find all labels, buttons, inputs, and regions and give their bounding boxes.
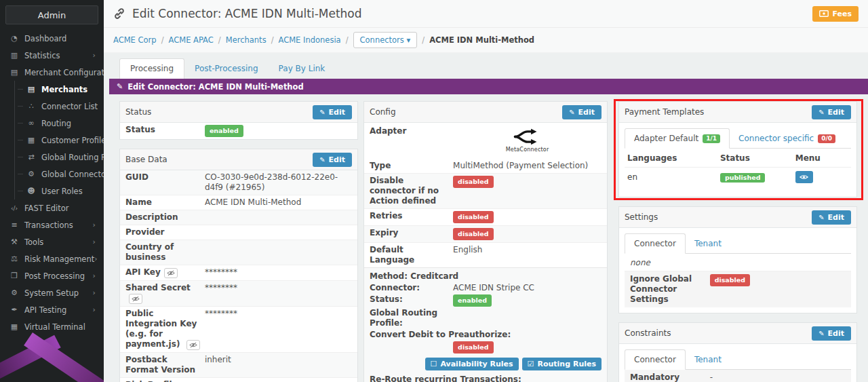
tab-constraints-tenant[interactable]: Tenant	[686, 350, 730, 369]
shared-secret-row: Shared Secret ********	[120, 280, 357, 306]
template-row: en published	[625, 168, 851, 191]
sidebar-item-global-connector-settings[interactable]: ⚙ Global Connector Settings	[15, 166, 104, 183]
chevron-right-icon: ›	[93, 288, 98, 297]
base-data-edit-button[interactable]: ✎Edit	[313, 153, 352, 167]
breadcrumb-current: ACME IDN Multi-Method	[429, 35, 534, 45]
wrench-icon: ⚒	[9, 237, 20, 246]
connectors-dropdown-button[interactable]: Connectors ▾	[353, 32, 418, 48]
reveal-public-key-button[interactable]	[186, 340, 200, 350]
constraints-tabs: Connector Tenant	[625, 349, 851, 370]
sidebar-item-transactions[interactable]: ≡ Transactions ›	[0, 216, 104, 233]
method-creditcard-section: Method: Creditcard Connector: ACME IDN S…	[364, 267, 607, 382]
base-data-panel: Base Data ✎Edit GUID CO-3030-9e0d-238d-6…	[119, 149, 358, 382]
status-badge: disabled	[453, 228, 493, 240]
count-badge: 0/0	[818, 134, 835, 143]
status-edit-button[interactable]: ✎Edit	[313, 105, 352, 119]
config-panel: Config ✎Edit Adapter	[363, 101, 608, 382]
tab-connector-specific[interactable]: Connector specific 0/0	[730, 129, 844, 148]
api-key-row: API Key ********	[120, 265, 357, 280]
caret-down-icon: ▾	[407, 35, 411, 45]
sidebar-item-user-roles[interactable]: ☻ User Roles	[15, 183, 104, 199]
dashboard-icon: ◔	[9, 34, 20, 43]
book-icon: ❒	[9, 271, 20, 280]
sidebar-item-statistics[interactable]: ▥ Statistics ›	[0, 47, 104, 64]
breadcrumb-link-acme-indonesia[interactable]: ACME Indonesia	[279, 35, 341, 45]
payment-templates-panel-title: Payment Templates	[625, 107, 704, 117]
config-edit-button[interactable]: ✎Edit	[562, 105, 601, 119]
status-row: Status enabled	[120, 123, 357, 139]
pencil-icon: ✎	[569, 109, 574, 116]
pencil-icon: ✎	[319, 109, 325, 116]
sidebar-item-routing[interactable]: ∞ Routing	[15, 115, 104, 132]
status-badge: disabled	[453, 176, 493, 188]
sidebar-item-risk-management[interactable]: ⚖ Risk Management ›	[0, 250, 104, 267]
sidebar-item-customer-profiles[interactable]: ▦ Customer Profiles	[15, 132, 104, 149]
constraints-panel: Constraints ✎Edit Connector Tenant Manda…	[618, 322, 857, 382]
checkbox-checked-icon: ☑	[528, 360, 534, 368]
sidebar-item-fast-editor[interactable]: ‹/› FAST Editor	[0, 199, 104, 216]
sidebar: Admin ◔ Dashboard ▥ Statistics › ▤ Merch…	[0, 0, 104, 382]
statistics-icon: ▥	[9, 51, 20, 60]
chevron-right-icon: ›	[94, 254, 100, 263]
fees-button[interactable]: Fees	[812, 6, 859, 22]
breadcrumb-link-acme-corp[interactable]: ACME Corp	[113, 35, 157, 45]
sidebar-item-api-testing[interactable]: ✒ API Testing ›	[0, 301, 104, 318]
tab-settings-tenant[interactable]: Tenant	[686, 234, 730, 253]
routing-rules-button[interactable]: ☑Routing Rules	[522, 358, 601, 370]
tab-adapter-default[interactable]: Adapter Default 1/1	[625, 128, 730, 149]
tab-post-processing[interactable]: Post-Processing	[184, 59, 269, 79]
tab-constraints-connector[interactable]: Connector	[625, 349, 686, 370]
tab-settings-connector[interactable]: Connector	[625, 233, 686, 254]
sidebar-item-system-setup[interactable]: ⚙ System Setup ›	[0, 284, 104, 301]
sidebar-decoration	[0, 331, 104, 382]
payment-templates-panel: Payment Templates ✎Edit Adapter Default …	[618, 101, 857, 197]
sidebar-item-global-routing-profile[interactable]: ⇄ Global Routing Profile	[15, 149, 104, 166]
convert-debit-row: Convert Debit to Preauthorize: disabled	[364, 329, 607, 355]
constraints-panel-title: Constraints	[625, 328, 671, 338]
sidebar-item-connector-list[interactable]: ∴ Connector List	[15, 98, 104, 115]
default-language-row: Default Language English	[364, 242, 607, 267]
description-row: Description	[120, 210, 357, 225]
expiry-row: Expiry disabled	[364, 225, 607, 242]
sidebar-item-tools[interactable]: ⚒ Tools ›	[0, 233, 104, 250]
pencil-icon: ✎	[818, 330, 824, 337]
sidebar-item-merchants[interactable]: ▤ Merchants	[15, 81, 104, 98]
availability-rules-button[interactable]: ☐Availability Rules	[425, 358, 519, 370]
sidebar-nav: ◔ Dashboard ▥ Statistics › ▤ Merchant Co…	[0, 30, 104, 335]
reroute-recurring-row: Re-Route recurring Transactions: enabled	[364, 374, 607, 382]
sidebar-admin-header[interactable]: Admin	[5, 5, 98, 24]
public-integration-key-row: Public Integration Key (e.g. for payment…	[120, 306, 357, 352]
users-icon: ☻	[26, 187, 37, 195]
sidebar-item-dashboard[interactable]: ◔ Dashboard	[0, 30, 104, 47]
gear-icon: ⚙	[9, 288, 20, 297]
base-data-panel-title: Base Data	[125, 155, 167, 164]
merchants-icon: ▤	[26, 85, 37, 94]
reveal-shared-secret-button[interactable]	[129, 294, 142, 304]
breadcrumb-link-acme-apac[interactable]: ACME APAC	[169, 35, 214, 45]
eyedropper-icon: ✒	[9, 305, 20, 314]
breadcrumb-link-merchants[interactable]: Merchants	[226, 35, 267, 45]
sidebar-item-merchant-configuration[interactable]: ▤ Merchant Configuration ⌄	[0, 64, 104, 81]
constraints-edit-button[interactable]: ✎Edit	[812, 326, 851, 341]
payment-templates-edit-button[interactable]: ✎Edit	[812, 105, 851, 119]
risk-profile-before-routing-row: Risk Profile before Routing	[120, 377, 357, 382]
sidebar-item-post-processing[interactable]: ❒ Post Processing ›	[0, 267, 104, 284]
settings-edit-button[interactable]: ✎Edit	[812, 210, 851, 225]
view-template-button[interactable]	[795, 171, 813, 183]
sidebar-item-virtual-terminal[interactable]: ▦ Virtual Terminal	[0, 318, 104, 335]
tab-processing[interactable]: Processing	[119, 58, 184, 79]
status-badge: disabled	[710, 274, 750, 286]
status-badge: disabled	[453, 211, 493, 223]
status-panel-title: Status	[125, 107, 151, 117]
postback-format-version-row: Postback Format Version inherit	[120, 352, 357, 377]
pencil-icon: ✎	[319, 156, 325, 164]
chevron-right-icon: ›	[93, 237, 98, 246]
metaconnector-logo: MetaConnector	[453, 126, 601, 155]
pencil-icon: ✎	[818, 214, 824, 221]
connector-list-icon: ∴	[26, 102, 37, 111]
country-of-business-row: Country of business	[120, 240, 357, 265]
tab-pay-by-link[interactable]: Pay By Link	[269, 59, 336, 79]
reveal-api-key-button[interactable]	[164, 268, 178, 278]
global-routing-profile-row: Global Routing Profile:	[364, 307, 607, 329]
sidebar-title: Admin	[38, 10, 66, 20]
